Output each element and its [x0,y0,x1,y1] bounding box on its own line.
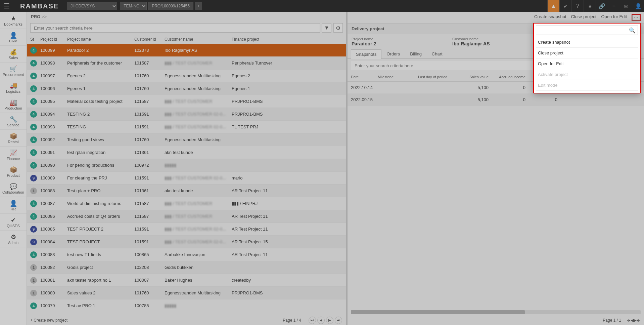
cell-project-id: 100092 [40,137,67,142]
cell-customer-name: ▮▮▮ / TEST CUSTOMER 02-0... [165,124,232,129]
table-row[interactable]: 4 100092 Testing good views 101760 Egene… [27,133,346,146]
tab-snapshots[interactable]: Snapshots [351,49,381,59]
detail-page-prev-icon[interactable]: ◀ [631,318,634,323]
page-first-icon[interactable]: ⏮ [309,317,316,324]
status-badge: 9 [30,239,37,245]
column-header[interactable]: Project id [40,37,67,42]
table-row[interactable]: 4 100083 test new T1 fields 100865 Aarba… [27,248,346,261]
sidebar-item-rental[interactable]: 📦Rental [0,130,27,147]
collaboration-icon: 💬 [10,183,17,190]
sales-icon: 💰 [10,48,17,56]
table-row[interactable]: 1 100088 Test rplan + PRO 101361 akn tes… [27,185,346,197]
table-row[interactable]: 1 100080 Sales values 2 101760 Egenesstr… [27,287,346,299]
table-row[interactable]: 4 100096 Egenes 1 101760 Egenesstranden … [27,82,346,95]
sidebar-item-crm[interactable]: 👤CRM [0,29,27,46]
column-header[interactable]: Project name [67,37,134,42]
star-icon[interactable]: ★ [584,0,596,12]
check-icon[interactable]: ✔ [559,0,571,12]
table-row[interactable]: 4 100095 Material costs testing project … [27,95,346,108]
action-open-for-edit[interactable]: Open for Edit [601,14,627,21]
cell-customer-name: ▮▮▮▮▮ [165,163,232,168]
cell-project-id: 100083 [40,252,67,257]
column-header[interactable]: St [30,37,40,42]
cell-finance-project: createdby [232,278,299,283]
tab-orders[interactable]: Orders [381,49,405,58]
dropdown-item-close-project[interactable]: Close project [536,48,638,58]
sidebar-item-hr[interactable]: 👤HR [0,197,27,214]
sidebar-item-collaboration[interactable]: 💬Collaboration [0,180,27,197]
table-row[interactable]: 4 100087 World of diminishing returns 10… [27,197,346,210]
sidebar-item-bookmarks[interactable]: ★Bookmarks [0,12,27,29]
system-selector[interactable]: JHCDEVSYS [67,2,117,10]
table-row[interactable]: 4 100091 test rplan inegration 101361 ak… [27,146,346,159]
table-row[interactable]: 9 100084 TEST PROJECT 101591 ▮▮▮ / TEST … [27,236,346,248]
table-row[interactable]: 4 100097 Egenes 2 101760 Egenesstranden … [27,70,346,82]
page-next-icon[interactable]: ▶ [326,317,333,324]
table-row[interactable]: 4 100086 Accrued costs of Q4 orders 1015… [27,210,346,223]
sidebar-item-procurement[interactable]: 🛒Procurement [0,63,27,79]
dropdown-item-open-for-edit[interactable]: Open for Edit [536,58,638,69]
table-row[interactable]: 4 100079 Test av PRO 1 100785 ▮▮▮▮▮ [27,299,346,312]
cell-sales-value: 5,100 [458,85,489,90]
detail-column-header[interactable]: Date [351,75,378,79]
create-project-button[interactable]: + Create new project [30,318,67,323]
detail-page-first-icon[interactable]: ⏮ [627,318,631,323]
sidebar-item-finance[interactable]: 📈Finance [0,147,27,163]
mail-icon[interactable]: ✉ [620,0,632,12]
sidebar-item-production[interactable]: 🏭Production [0,96,27,113]
detail-column-header[interactable]: Accrued income [489,75,525,79]
user-icon[interactable]: 👤 [632,0,644,12]
sidebar-item-qhses[interactable]: ✔QHSES [0,214,27,231]
action-create-snapshot[interactable]: Create snapshot [534,14,566,21]
link-icon[interactable]: 🔗 [596,0,608,12]
action-close-project[interactable]: Close project [571,14,597,21]
page-last-icon[interactable]: ⏭ [335,317,342,324]
detail-column-header[interactable]: Sales value [458,75,489,79]
horizontal-scrollbar[interactable] [351,310,641,314]
table-row[interactable]: 1 100082 Godis project 102208 Godis buti… [27,261,346,274]
detail-column-header[interactable]: Milestone [378,75,418,79]
detail-page-last-icon[interactable]: ⏭ [637,318,641,323]
cell-project-id: 100085 [40,227,67,232]
table-row[interactable]: 9 100085 TEST PROJECT 2 101591 ▮▮▮ / TES… [27,223,346,236]
dropdown-search-input[interactable] [538,28,629,33]
path-box[interactable]: PRO/100099/125455 [148,2,193,10]
cell-customer-name: ▮▮▮ / TEST CUSTOMER 02-0... [165,227,232,232]
column-header[interactable]: Customer name [165,37,232,42]
detail-page-next-icon[interactable]: ▶ [634,318,637,323]
table-row[interactable]: 4 100098 Peripherals for the customer 10… [27,57,346,70]
sidebar-item-logistics[interactable]: 🚚Logistics [0,79,27,96]
table-row[interactable]: 4 100094 TESTING 2 101591 ▮▮▮ / TEST CUS… [27,108,346,121]
detail-table-row[interactable]: 2022.09.15 5,100 0 0 [348,94,644,106]
sidebar-item-admin[interactable]: ⚙Admin [0,231,27,247]
help-icon[interactable]: ? [571,0,584,12]
filter-icon[interactable]: ▼ [322,23,331,33]
sidebar-item-service[interactable]: 🔧Service [0,113,27,130]
tab-chart[interactable]: Chart [427,49,448,58]
logistics-icon: 🚚 [10,82,17,89]
search-icon[interactable]: 🔍 [629,27,636,34]
locale-selector[interactable]: TEM-NO [120,2,147,10]
sidebar-item-label: Admin [8,241,18,245]
sidebar-item-product[interactable]: 📦Product [0,163,27,180]
page-prev-icon[interactable]: ◀ [317,317,325,324]
dropdown-item-create-snapshot[interactable]: Create snapshot [536,37,638,48]
table-row[interactable]: 4 100099 Paradoor 2 102373 Ibo Raglamyr … [27,44,346,57]
detail-column-header[interactable]: Last day of period [418,75,458,79]
nav-back-icon[interactable]: ‹ [195,2,202,10]
tab-billing[interactable]: Billing [405,49,427,58]
cell-customer-id: 100785 [134,303,165,308]
more-actions-button[interactable]: ⋯ [632,15,640,21]
settings-icon[interactable]: ⚙ [333,23,343,33]
table-row[interactable]: 4 100090 For pending productions 100972 … [27,159,346,172]
table-row[interactable]: 1 100081 akn tester rapport no 1 100007 … [27,274,346,287]
sidebar-item-sales[interactable]: 💰Sales [0,46,27,63]
search-input[interactable] [30,23,320,33]
list-icon[interactable]: ≡ [608,0,620,12]
column-header[interactable]: Finance project [232,37,299,42]
table-row[interactable]: 9 100089 For clearing the PRJ 101591 ▮▮▮… [27,172,346,185]
table-row[interactable]: 4 100093 TESTING 101591 ▮▮▮ / TEST CUSTO… [27,121,346,133]
menu-toggle-icon[interactable]: ☰ [0,2,13,10]
alert-icon[interactable]: ▲ [547,0,559,12]
column-header[interactable]: Customer id [134,37,165,42]
